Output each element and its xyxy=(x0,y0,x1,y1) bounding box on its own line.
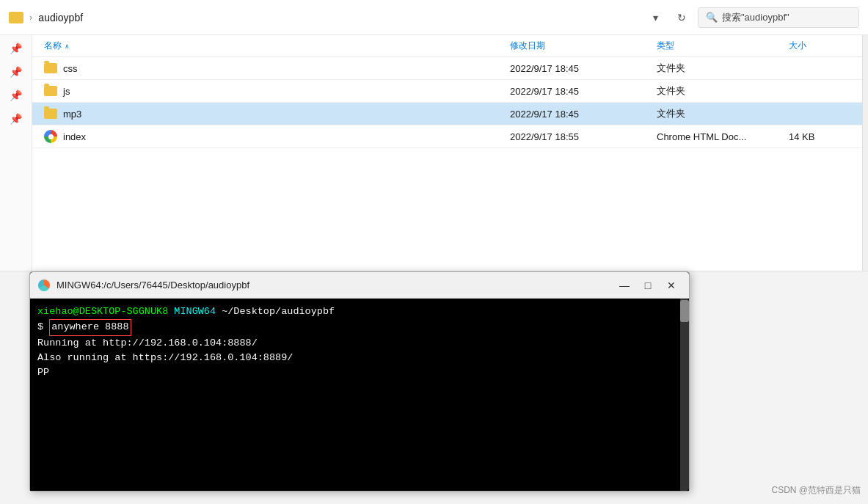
terminal-prompt-user: xiehao@DESKTOP-SGGNUK8 xyxy=(37,304,168,319)
file-type: 文件夹 xyxy=(657,84,789,98)
file-date: 2022/9/17 18:45 xyxy=(510,86,657,97)
terminal-output-2: Also running at https://192.168.0.104:88… xyxy=(37,351,293,365)
chevron-down-button[interactable]: ▾ xyxy=(645,7,665,28)
mingw-icon xyxy=(38,280,50,291)
col-header-size[interactable]: 大小 xyxy=(789,40,862,52)
table-row[interactable]: css 2022/9/17 18:45 文件夹 xyxy=(32,57,862,80)
folder-icon xyxy=(44,63,57,73)
minimize-button[interactable]: — xyxy=(614,275,635,296)
content-area: 📌 📌 📌 📌 名称 ∧ 修改日期 类型 大小 xyxy=(0,35,868,271)
terminal-line-2: $ anywhere 8888 xyxy=(37,319,682,335)
address-left: › audioypbf xyxy=(9,12,639,23)
terminal-line-4: Also running at https://192.168.0.104:88… xyxy=(37,351,682,365)
terminal-titlebar: MINGW64:/c/Users/76445/Desktop/audioypbf… xyxy=(30,272,689,299)
breadcrumb: audioypbf xyxy=(38,12,83,23)
terminal-line-3: Running at http://192.168.0.104:8888/ xyxy=(37,336,682,351)
csdn-watermark: CSDN @范特西是只猫 xyxy=(771,484,861,497)
col-header-name[interactable]: 名称 ∧ xyxy=(44,40,510,52)
folder-icon-address xyxy=(9,12,23,23)
file-name: js xyxy=(63,86,70,97)
terminal-scrollbar[interactable] xyxy=(680,299,689,491)
file-date: 2022/9/17 18:55 xyxy=(510,131,657,142)
terminal-output-1: Running at http://192.168.0.104:8888/ xyxy=(37,336,258,351)
search-box[interactable]: 🔍 搜索"audioypbf" xyxy=(698,7,859,28)
file-name-cell: js xyxy=(44,86,510,97)
search-placeholder-text: 搜索"audioypbf" xyxy=(722,11,789,24)
terminal-output-3: PP xyxy=(37,365,49,380)
terminal-command: anywhere 8888 xyxy=(49,319,131,335)
col-header-modified[interactable]: 修改日期 xyxy=(510,40,657,52)
col-header-type[interactable]: 类型 xyxy=(657,40,789,52)
file-date: 2022/9/17 18:45 xyxy=(510,109,657,120)
address-bar: › audioypbf ▾ ↻ 🔍 搜索"audioypbf" xyxy=(0,0,868,35)
terminal-prompt-path: ~/Desktop/audioypbf xyxy=(216,304,335,319)
file-name-cell: index xyxy=(44,130,510,143)
file-explorer: › audioypbf ▾ ↻ 🔍 搜索"audioypbf" 📌 📌 📌 📌 xyxy=(0,0,868,271)
terminal-title-text: MINGW64:/c/Users/76445/Desktop/audioypbf xyxy=(56,280,608,291)
terminal-line-1: xiehao@DESKTOP-SGGNUK8 MINGW64 ~/Desktop… xyxy=(37,304,682,319)
address-right: ▾ ↻ 🔍 搜索"audioypbf" xyxy=(645,7,859,28)
file-size: 14 KB xyxy=(789,131,862,142)
file-list: 名称 ∧ 修改日期 类型 大小 css 2022/9/1 xyxy=(32,35,862,271)
folder-icon xyxy=(44,86,57,96)
refresh-button[interactable]: ↻ xyxy=(671,7,692,28)
pin-icon-1[interactable]: 📌 xyxy=(10,43,22,54)
chrome-icon xyxy=(44,130,57,143)
pin-icon-3[interactable]: 📌 xyxy=(10,90,22,101)
maximize-button[interactable]: □ xyxy=(638,275,658,296)
file-name-cell: css xyxy=(44,63,510,74)
search-icon: 🔍 xyxy=(706,12,718,23)
terminal-scrollbar-thumb xyxy=(680,300,689,322)
table-row[interactable]: index 2022/9/17 18:55 Chrome HTML Doc...… xyxy=(32,125,862,148)
pin-icon-2[interactable]: 📌 xyxy=(10,66,22,78)
terminal-dollar: $ xyxy=(37,320,49,335)
terminal-controls: — □ ✕ xyxy=(614,275,682,296)
terminal-window: MINGW64:/c/Users/76445/Desktop/audioypbf… xyxy=(29,271,690,492)
column-headers: 名称 ∧ 修改日期 类型 大小 xyxy=(32,35,862,57)
close-button[interactable]: ✕ xyxy=(661,275,682,296)
table-row[interactable]: mp3 2022/9/17 18:45 文件夹 xyxy=(32,103,862,125)
file-name: index xyxy=(63,131,86,142)
terminal-content: xiehao@DESKTOP-SGGNUK8 MINGW64 ~/Desktop… xyxy=(30,299,689,491)
terminal-title-icon xyxy=(37,279,51,292)
pin-icon-4[interactable]: 📌 xyxy=(10,113,22,125)
sidebar: 📌 📌 📌 📌 xyxy=(0,35,32,271)
file-name: css xyxy=(63,63,78,74)
file-name: mp3 xyxy=(63,109,81,120)
breadcrumb-separator: › xyxy=(29,12,32,23)
file-date: 2022/9/17 18:45 xyxy=(510,63,657,74)
file-type: 文件夹 xyxy=(657,107,789,120)
file-type: 文件夹 xyxy=(657,62,789,75)
table-row[interactable]: js 2022/9/17 18:45 文件夹 xyxy=(32,80,862,103)
sort-icon: ∧ xyxy=(65,43,70,50)
terminal-prompt-space xyxy=(168,304,174,319)
file-type: Chrome HTML Doc... xyxy=(657,131,789,142)
file-scrollbar[interactable] xyxy=(862,35,868,271)
file-name-cell: mp3 xyxy=(44,109,510,120)
terminal-line-5: PP xyxy=(37,365,682,380)
folder-icon xyxy=(44,109,57,119)
terminal-prompt-label: MINGW64 xyxy=(174,304,216,319)
